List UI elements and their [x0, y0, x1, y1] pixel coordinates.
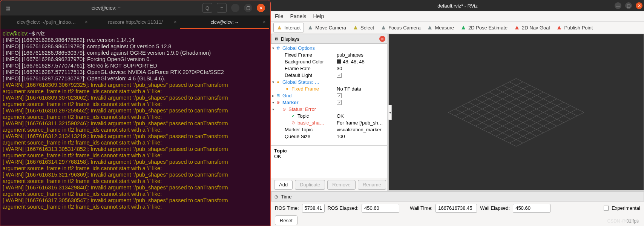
terminal-window: ▦ cicv@cicv: ~ Q ≡ — ▢ ✕ cicv@cicv: ~/pu…	[0, 0, 271, 226]
rviz-window: default.rviz* - RViz — ▢ ✕ FilePanelsHel…	[271, 0, 644, 226]
ok-icon: ✔	[291, 114, 296, 118]
grid-icon: ⊞	[276, 93, 281, 98]
new-tab-icon[interactable]: ▦	[4, 4, 12, 12]
move-icon	[308, 25, 313, 30]
terminal-title: cicv@cicv: ~	[12, 5, 200, 11]
tree-marker[interactable]: Marker	[282, 100, 299, 105]
3d-viewport[interactable]: ◂	[388, 34, 644, 191]
displays-header[interactable]: 🖥 Displays ✕	[271, 34, 387, 44]
tab-close-icon[interactable]: ×	[174, 19, 177, 25]
tool-move-camera[interactable]: Move Camera	[305, 23, 349, 32]
duplicate-button: Duplicate	[295, 180, 325, 190]
desc-title: Topic	[274, 148, 287, 154]
checkbox-icon[interactable]: ✓	[337, 93, 342, 98]
maximize-button[interactable]: ▢	[244, 4, 252, 12]
measure-icon	[427, 25, 432, 30]
rostime-field[interactable]: 5738.41	[302, 204, 325, 213]
tree-item-label[interactable]: Topic	[297, 113, 309, 119]
menu-bar: FilePanelsHelp	[271, 11, 644, 21]
displays-tree[interactable]: ▾✿Global Options Fixed Framepub_shapes B…	[271, 44, 387, 145]
tree-item-label[interactable]: Background Color	[271, 59, 324, 65]
rename-button: Rename	[358, 180, 386, 190]
tree-item-label[interactable]: basic_sha…	[297, 120, 325, 126]
tree-item-label[interactable]: Marker Topic	[271, 127, 313, 132]
gear-icon: ✿	[276, 46, 281, 51]
arrow-icon	[514, 25, 520, 30]
monitor-icon: 🖥	[274, 37, 279, 42]
tab-close-icon[interactable]: ×	[263, 19, 266, 25]
warn-icon: ●	[276, 80, 281, 85]
tree-item-value[interactable]: ✓	[335, 73, 387, 78]
rostime-label: ROS Time:	[275, 205, 299, 211]
tree-item-value[interactable]: 48; 48; 48	[335, 59, 387, 65]
splitter-handle[interactable]: ◂	[388, 105, 392, 120]
terminal-tab[interactable]: roscore http://cicv:11311/×	[91, 15, 180, 29]
displays-panel: 🖥 Displays ✕ ▾✿Global Options Fixed Fram…	[271, 34, 388, 191]
close-button[interactable]: ✕	[636, 2, 642, 9]
wallelapsed-label: Wall Elapsed:	[480, 205, 510, 211]
hand-icon	[277, 25, 282, 30]
terminal-titlebar: ▦ cicv@cicv: ~ Q ≡ — ▢ ✕	[0, 0, 270, 15]
checkbox-icon[interactable]: ✓	[337, 100, 342, 105]
tree-item-value[interactable]: pub_shapes	[335, 52, 387, 58]
terminal-body[interactable]: cicv@cicv:~$ rviz [ INFO] [1667616286.98…	[0, 29, 270, 226]
tool-focus-camera[interactable]: Focus Camera	[378, 23, 423, 32]
tree-item-value: For frame [/pub_sh…	[335, 120, 387, 126]
tool-2d-pose-estimate[interactable]: 2D Pose Estimate	[458, 23, 511, 32]
tool-publish-point[interactable]: Publish Point	[554, 23, 596, 32]
select-icon	[353, 25, 358, 30]
tool-measure[interactable]: Measure	[424, 23, 457, 32]
tree-global-options[interactable]: Global Options	[282, 45, 315, 51]
experimental-checkbox[interactable]	[604, 206, 609, 211]
menu-icon[interactable]: ≡	[217, 3, 227, 13]
tree-status[interactable]: Status: Error	[288, 106, 316, 112]
tree-item-value[interactable]: 100	[335, 134, 387, 139]
description-panel: Topic OK	[271, 145, 387, 178]
tree-item-label[interactable]: Fixed Frame	[291, 86, 319, 92]
maximize-button[interactable]: ▢	[625, 2, 632, 9]
menu-help[interactable]: Help	[313, 13, 324, 19]
time-panel: ◷ Time ROS Time: 5738.41 ROS Elapsed: 45…	[271, 191, 644, 215]
tree-item-label[interactable]: Fixed Frame	[271, 52, 312, 58]
error-icon: ⊝	[291, 120, 296, 125]
close-button[interactable]: ✕	[257, 4, 265, 12]
watermark: CSDN @勺先生	[607, 218, 639, 224]
remove-button: Remove	[327, 180, 355, 190]
clock-icon: ◷	[274, 194, 279, 199]
rviz-titlebar: default.rviz* - RViz — ▢ ✕	[271, 0, 644, 11]
reset-button[interactable]: Reset	[275, 215, 297, 225]
panel-close-icon[interactable]: ✕	[379, 36, 385, 42]
experimental-label: Experimental	[612, 205, 640, 211]
menu-panels[interactable]: Panels	[290, 13, 307, 19]
roselapsed-label: ROS Elapsed:	[328, 205, 359, 211]
tree-item-label[interactable]: Queue Size	[271, 134, 310, 139]
tool-select[interactable]: Select	[350, 23, 377, 32]
wallelapsed-field[interactable]: 450.60	[513, 204, 550, 213]
error-icon: ⊝	[276, 100, 281, 105]
walltime-field[interactable]: 1667616738.45	[435, 204, 477, 213]
pin-icon	[557, 25, 562, 30]
terminal-tab[interactable]: cicv@cicv: ~×	[180, 15, 269, 29]
tree-item-value[interactable]: ✓	[335, 100, 387, 105]
menu-file[interactable]: File	[275, 13, 284, 19]
tree-item-label[interactable]: Default Light	[271, 72, 312, 78]
minimize-button[interactable]: —	[615, 2, 621, 9]
tool-interact[interactable]: Interact	[273, 23, 304, 32]
time-header[interactable]: ◷ Time	[271, 192, 644, 201]
rviz-title: default.rviz* - RViz	[437, 3, 477, 9]
tree-item-label[interactable]: Frame Rate	[271, 66, 311, 71]
tree-global-status[interactable]: Global Status: …	[282, 79, 319, 85]
tree-grid[interactable]: Grid	[282, 93, 292, 98]
tool-2d-nav-goal[interactable]: 2D Nav Goal	[511, 23, 553, 32]
tab-close-icon[interactable]: ×	[85, 19, 88, 25]
terminal-tab[interactable]: cicv@cicv: ~/pujin_indoo…×	[2, 15, 91, 29]
roselapsed-field[interactable]: 450.60	[362, 204, 399, 213]
tree-item-value[interactable]: 30	[335, 66, 387, 71]
tree-item-value[interactable]: ✓	[335, 93, 387, 98]
tree-item-value[interactable]: visualization_marker	[335, 127, 387, 132]
minimize-button[interactable]: —	[231, 4, 239, 12]
checkbox-icon[interactable]: ✓	[337, 73, 342, 78]
warn-icon: ●	[285, 86, 290, 91]
add-button[interactable]: Add	[274, 180, 293, 190]
search-icon[interactable]: Q	[202, 3, 212, 13]
